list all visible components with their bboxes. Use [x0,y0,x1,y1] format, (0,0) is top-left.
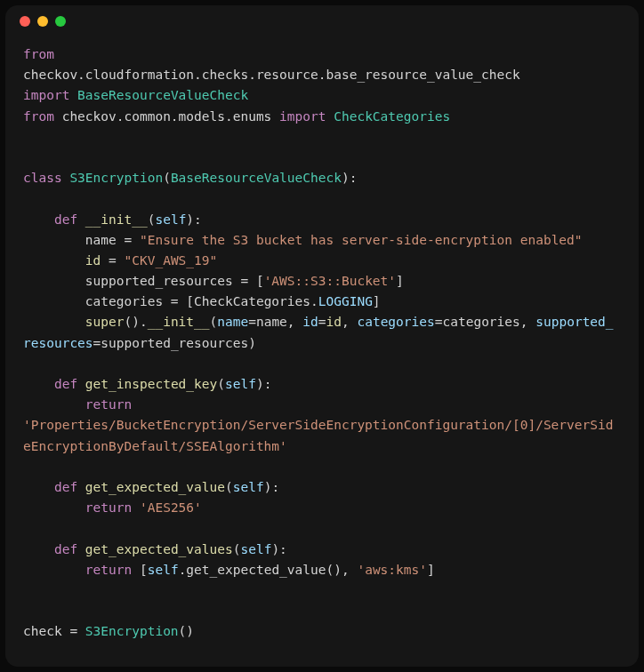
code-window: from checkov.cloudformation.checks.resou… [5,5,639,667]
punct: ] [373,294,381,308]
indent [23,500,85,515]
punct: =supported_resources) [93,336,256,350]
function-name: __init__ [148,315,210,329]
string: "Ensure the S3 bucket has server-side-en… [140,233,583,247]
param: name [217,315,248,329]
punct: ( [163,171,171,185]
indent [23,212,54,227]
punct: ): [271,542,286,556]
keyword: return [85,563,132,577]
assign: categories = [CheckCategories. [85,294,318,308]
assign: check = [23,624,85,638]
keyword: from [23,109,54,124]
string: "CKV_AWS_19" [125,253,218,268]
titlebar [5,5,639,37]
punct: ] [396,274,404,288]
module-path: checkov.common.models.enums [54,109,279,124]
keyword: import [279,109,326,124]
punct: ( [217,377,225,391]
indent [23,274,85,288]
base-class: BaseResourceValueCheck [171,171,342,185]
builtin: id [326,315,342,329]
assign: name = [85,233,140,247]
class-name: CheckCategories [326,109,450,124]
code-content: from checkov.cloudformation.checks.resou… [5,37,639,667]
string: 'aws:kms' [357,563,427,577]
string: 'AES256' [132,500,202,515]
keyword: def [54,212,77,227]
indent [23,377,54,391]
maximize-icon[interactable] [55,16,66,27]
function-name: get_inspected_key [77,377,217,391]
builtin: id [85,253,101,268]
string: 'AWS::S3::Bucket' [264,274,396,288]
punct: =name, [248,315,302,329]
constant: LOGGING [318,294,373,308]
keyword: def [54,377,77,391]
assign: = [101,253,124,268]
indent [23,315,85,329]
punct: ): [264,480,279,494]
punct: [ [132,563,147,577]
param: id [302,315,318,329]
indent [23,542,54,556]
keyword: return [85,500,132,515]
module-path: checkov.cloudformation.checks.resource.b… [23,47,527,82]
punct: ] [427,563,435,577]
keyword: import [23,88,69,102]
call: () [179,624,194,638]
indent [23,253,85,268]
indent [23,563,85,577]
indent [23,480,54,494]
close-icon[interactable] [20,16,30,27]
keyword: def [54,480,77,494]
punct: , [342,315,357,329]
self: self [148,563,179,577]
punct: ( [210,315,218,329]
class-name: S3Encryption [62,171,164,185]
function-name: get_expected_value [77,480,225,494]
call: .get_expected_value(), [179,563,358,577]
minimize-icon[interactable] [37,16,48,27]
self: self [225,377,256,391]
class-name: S3Encryption [85,624,179,638]
self: self [155,212,186,227]
punct: ): [256,377,271,391]
indent [23,233,85,247]
punct: ): [342,171,357,185]
function-name: __init__ [77,212,148,227]
punct: ): [186,212,201,227]
keyword: return [85,397,132,412]
punct: ( [225,480,233,494]
function-name: get_expected_values [77,542,233,556]
assign: supported_resources = [ [85,274,264,288]
keyword: def [54,542,77,556]
indent [23,397,85,412]
keyword: class [23,171,62,185]
keyword: from [23,47,54,61]
self: self [240,542,271,556]
indent [23,294,85,308]
self: self [233,480,264,494]
punct: =categories, [435,315,536,329]
param: categories [357,315,434,329]
punct: = [318,315,326,329]
class-name: BaseResourceValueCheck [69,88,248,102]
builtin: super [85,315,125,329]
punct: (). [125,315,148,329]
